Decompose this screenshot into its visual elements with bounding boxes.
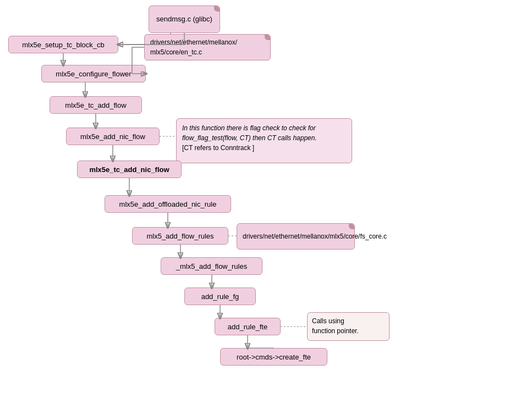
node-configure-flower-label: mlx5e_configure_flower <box>56 70 131 78</box>
node-setup-tc[interactable]: mlx5e_setup_tc_block_cb <box>8 36 118 53</box>
node-inner-add-flow-rules-label: _mlx5_add_flow_rules <box>176 262 247 270</box>
node-tc-add-flow[interactable]: mlx5e_tc_add_flow <box>50 96 142 114</box>
node-inner-add-flow-rules[interactable]: _mlx5_add_flow_rules <box>161 257 262 275</box>
node-add-nic-flow-label: mlx5e_add_nic_flow <box>80 132 145 141</box>
node-create-fte[interactable]: root->cmds->create_fte <box>220 348 327 366</box>
node-add-flow-rules[interactable]: mlx5_add_flow_rules <box>132 227 228 245</box>
node-tc-add-flow-label: mlx5e_tc_add_flow <box>65 101 126 109</box>
node-add-flow-rules-label: mlx5_add_flow_rules <box>146 232 213 240</box>
node-add-offloaded-label: mlx5e_add_offloaded_nic_rule <box>119 200 217 208</box>
file-en-tc: drivers/net/ethernet/mellanox/mlx5/core/… <box>144 34 271 60</box>
node-add-rule-fg-label: add_rule_fg <box>201 292 239 301</box>
node-tc-add-nic-flow-label: mlx5e_tc_add_nic_flow <box>89 165 169 174</box>
node-setup-tc-label: mlx5e_setup_tc_block_cb <box>22 41 105 49</box>
file-fs-core: drivers/net/ethernet/mellanox/mlx5/core/… <box>237 223 355 250</box>
node-configure-flower[interactable]: mlx5e_configure_flower <box>41 65 146 82</box>
diagram-container: sendmsg.c (glibc) mlx5e_setup_tc_block_c… <box>0 0 526 420</box>
node-sendmsg-label: sendmsg.c (glibc) <box>156 14 212 24</box>
annotation-conntrack-text: In this function there is flag check to … <box>182 124 317 152</box>
annotation-function-pointer: Calls usingfunction pointer. <box>307 312 390 341</box>
file-en-tc-label: drivers/net/ethernet/mellanox/mlx5/core/… <box>150 37 262 57</box>
node-add-rule-fg[interactable]: add_rule_fg <box>184 288 256 305</box>
node-add-offloaded[interactable]: mlx5e_add_offloaded_nic_rule <box>105 195 231 213</box>
node-add-nic-flow[interactable]: mlx5e_add_nic_flow <box>66 128 160 145</box>
node-sendmsg[interactable]: sendmsg.c (glibc) <box>149 5 220 33</box>
annotation-function-pointer-text: Calls usingfunction pointer. <box>312 317 359 335</box>
node-add-rule-fte[interactable]: add_rule_fte <box>215 318 281 335</box>
node-tc-add-nic-flow[interactable]: mlx5e_tc_add_nic_flow <box>77 161 182 178</box>
file-fs-core-label: drivers/net/ethernet/mellanox/mlx5/core/… <box>243 231 347 241</box>
annotation-conntrack: In this function there is flag check to … <box>176 118 352 163</box>
node-add-rule-fte-label: add_rule_fte <box>228 323 267 331</box>
node-create-fte-label: root->cmds->create_fte <box>237 353 311 361</box>
